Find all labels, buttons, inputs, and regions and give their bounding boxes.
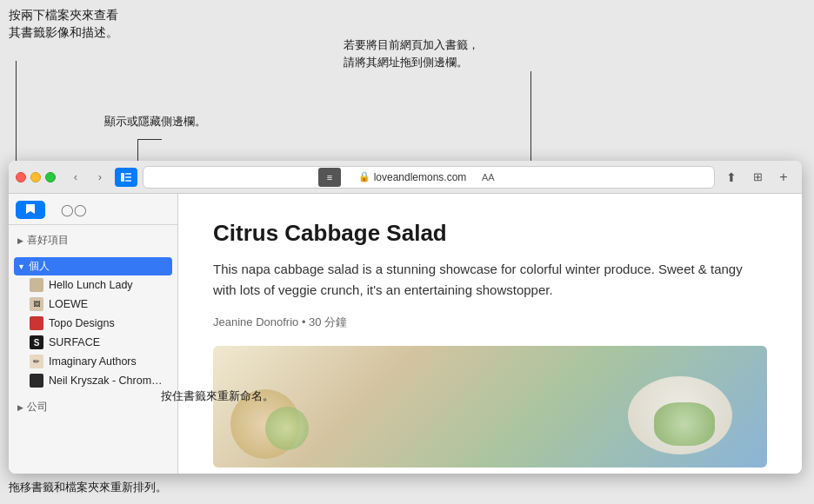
bookmark-neil-kryszak[interactable]: Neil Kryszak - Chromatic E... [14,371,172,390]
svg-rect-2 [125,176,131,178]
bookmarks-sidebar: ◯◯ ▶ 喜好項目 ▼ 個人 📷 Hello Lunch Lady [9,194,178,474]
share-button[interactable]: ⬆ [720,168,743,187]
favorites-label: 喜好項目 [27,233,69,248]
food-decoration-2 [265,407,309,450]
annotation-sidebar-toggle: 顯示或隱藏側邊欄。 [104,113,206,130]
article-meta: Jeanine Donofrio • 30 分鐘 [213,315,767,330]
sidebar-toggle-button[interactable] [115,168,137,187]
personal-section: ▼ 個人 📷 Hello Lunch Lady 🖼 LOEWE Topo Des… [9,252,177,392]
annotation-reorder-bookmarks: 拖移書籤和檔案夾來重新排列。 [9,479,167,496]
company-section: ▶ 公司 [9,392,177,419]
annotation-add-bookmark: 若要將目前網頁加入書籤， 請將其網址拖到側邊欄。 [344,36,479,70]
close-button[interactable] [16,172,26,182]
sidebar-icon [120,172,132,182]
article-title: Citrus Cabbage Salad [213,220,767,247]
annotation-double-click: 按兩下檔案夾來查看 其書籤影像和描述。 [9,7,118,43]
company-header[interactable]: ▶ 公司 [14,397,172,417]
lock-icon: 🔒 [358,171,370,182]
svg-rect-3 [125,180,131,182]
bookmark-label-imaginary: Imaginary Authors [49,355,137,368]
forward-button[interactable]: › [90,168,110,187]
personal-header[interactable]: ▼ 個人 [14,257,172,275]
bookmark-loewe[interactable]: 🖼 LOEWE [14,295,172,314]
add-tab-button[interactable]: ⊞ [746,168,769,187]
toolbar-right: ⬆ ⊞ + [720,168,795,187]
bookmark-imaginary-authors[interactable]: ✏ Imaginary Authors [14,352,172,371]
address-bar[interactable]: ≡ 🔒 loveandlemons.com AA [143,166,715,189]
browser-content: ◯◯ ▶ 喜好項目 ▼ 個人 📷 Hello Lunch Lady [9,194,802,474]
company-label: 公司 [27,400,48,414]
article-body: This napa cabbage salad is a stunning sh… [213,259,767,301]
browser-window: ‹ › ≡ 🔒 loveandlemons.com AA ⬆ ⊞ + [9,161,802,474]
chevron-right-icon-company: ▶ [17,403,23,412]
bookmark-icon-topo [30,316,43,330]
minimize-button[interactable] [30,172,41,182]
article-image [213,346,767,468]
title-bar: ‹ › ≡ 🔒 loveandlemons.com AA ⬆ ⊞ + [9,161,802,194]
bookmark-icon-loewe: 🖼 [30,297,43,311]
veggie-decoration [654,402,715,446]
back-button[interactable]: ‹ [66,168,85,187]
tab-reading-list[interactable]: ◯◯ [52,201,96,219]
bookmark-icon-neil [30,374,43,388]
favorites-section: ▶ 喜好項目 [9,225,177,252]
bookmark-surface[interactable]: S SURFACE [14,333,172,352]
svg-rect-0 [121,173,124,182]
personal-label: 個人 [29,259,50,274]
bookmark-icon-surface: S [30,335,43,349]
bookmark-label-neil: Neil Kryszak - Chromatic E... [49,375,167,387]
bookmark-label-hello: Hello Lunch Lady [49,279,133,291]
url-text: loveandlemons.com [374,171,467,183]
bookmark-label-loewe: LOEWE [49,298,88,310]
bookmark-hello-lunch-lady[interactable]: 📷 Hello Lunch Lady [14,275,172,295]
bookmark-label-surface: SURFACE [49,336,100,348]
chevron-down-icon: ▼ [17,262,25,271]
callout-line-5 [530,71,531,176]
reader-view-button[interactable]: AA [477,168,499,187]
bookmark-icon-hello: 📷 [30,278,43,292]
tab-bookmarks[interactable] [16,201,45,219]
bookmark-icon-imaginary: ✏ [30,355,43,368]
new-tab-button[interactable]: + [772,168,795,187]
sidebar-tabs: ◯◯ [9,197,177,225]
bookmark-topo-designs[interactable]: Topo Designs [14,314,172,333]
bookmarks-icon [24,203,37,214]
svg-rect-1 [125,173,131,175]
favorites-header[interactable]: ▶ 喜好項目 [14,230,172,250]
chevron-right-icon: ▶ [17,236,23,245]
reader-mode-button[interactable]: ≡ [318,168,341,187]
bookmark-label-topo: Topo Designs [49,317,115,329]
callout-line-3 [137,139,162,140]
fullscreen-button[interactable] [45,172,56,182]
callout-line-1 [16,61,17,163]
web-content: Citrus Cabbage Salad This napa cabbage s… [178,194,802,474]
traffic-lights [16,172,56,182]
